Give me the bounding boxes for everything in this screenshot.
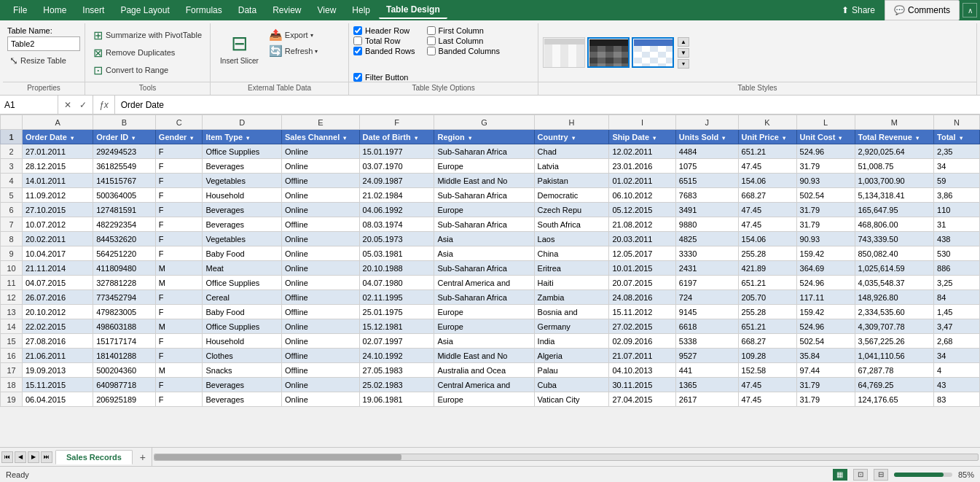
table-cell[interactable]: Beverages xyxy=(203,203,282,217)
table-cell[interactable]: 524.96 xyxy=(796,276,855,290)
col-header-m[interactable]: M xyxy=(855,115,934,130)
table-cell[interactable]: 30.11.2015 xyxy=(609,378,675,392)
table-cell[interactable]: 886 xyxy=(934,261,980,276)
table-cell[interactable]: 1075 xyxy=(675,159,738,174)
table-cell[interactable]: F xyxy=(155,378,203,392)
table-cell[interactable]: 181401288 xyxy=(93,349,156,363)
table-cell[interactable]: 151717174 xyxy=(93,334,156,349)
style-swatch-2[interactable] xyxy=(587,37,630,68)
table-cell[interactable]: 4825 xyxy=(675,232,738,246)
table-cell[interactable]: Online xyxy=(282,203,360,217)
last-column-checkbox[interactable] xyxy=(427,36,436,45)
style-swatch-1[interactable] xyxy=(543,37,585,68)
table-cell[interactable]: M xyxy=(155,276,203,290)
table-cell[interactable]: 31.79 xyxy=(796,159,855,174)
table-cell[interactable]: 27.10.2015 xyxy=(23,203,93,217)
table-cell[interactable]: 31.79 xyxy=(796,392,855,407)
table-cell[interactable]: 25.01.1975 xyxy=(359,305,434,319)
cell-ref-input[interactable] xyxy=(4,100,53,110)
table-cell[interactable]: 90.93 xyxy=(796,174,855,188)
table-cell[interactable]: 24.09.1987 xyxy=(359,174,434,188)
table-cell[interactable]: 47.45 xyxy=(738,392,796,407)
table-cell[interactable]: Czech Repu xyxy=(534,203,609,217)
table-cell[interactable]: 9880 xyxy=(675,217,738,232)
table-cell[interactable]: 05.12.2015 xyxy=(609,203,675,217)
sheet-tab-nav-first[interactable]: ⏮ xyxy=(1,451,13,463)
table-cell[interactable]: Office Supplies xyxy=(203,319,282,334)
table-cell[interactable]: 12.05.2017 xyxy=(609,246,675,261)
col-header-h[interactable]: H xyxy=(534,115,609,130)
table-cell[interactable]: 292494523 xyxy=(93,144,156,159)
table-cell[interactable]: 27.08.2016 xyxy=(23,334,93,349)
table-cell[interactable]: 24.10.1992 xyxy=(359,349,434,363)
table-cell[interactable]: M xyxy=(155,261,203,276)
table-cell[interactable]: Germany xyxy=(534,319,609,334)
table-cell[interactable]: 530 xyxy=(934,246,980,261)
table-header-ship-date[interactable]: Ship Date ▾ xyxy=(609,130,675,144)
table-cell[interactable]: 04.10.2013 xyxy=(609,363,675,378)
table-cell[interactable]: Online xyxy=(282,261,360,276)
comments-button[interactable]: 💬 Comments xyxy=(885,0,960,20)
table-header-unit-cost[interactable]: Unit Cost ▾ xyxy=(796,130,855,144)
table-cell[interactable]: 10.04.2017 xyxy=(23,246,93,261)
table-cell[interactable]: 25.02.1983 xyxy=(359,378,434,392)
table-cell[interactable]: 67,287.78 xyxy=(855,363,934,378)
table-cell[interactable]: Baby Food xyxy=(203,305,282,319)
menu-home[interactable]: Home xyxy=(36,2,74,18)
table-cell[interactable]: China xyxy=(534,246,609,261)
table-header-gender[interactable]: Gender ▾ xyxy=(155,130,203,144)
table-header-order-id[interactable]: Order ID ▾ xyxy=(93,130,156,144)
table-cell[interactable]: Online xyxy=(282,319,360,334)
table-cell[interactable]: Algeria xyxy=(534,349,609,363)
table-cell[interactable]: 159.42 xyxy=(796,305,855,319)
table-cell[interactable]: 15.11.2012 xyxy=(609,305,675,319)
table-cell[interactable]: 1,45 xyxy=(934,305,980,319)
table-cell[interactable]: F xyxy=(155,392,203,407)
table-cell[interactable]: 468,806.00 xyxy=(855,217,934,232)
table-cell[interactable]: F xyxy=(155,305,203,319)
table-cell[interactable]: South Africa xyxy=(534,217,609,232)
table-cell[interactable]: 3491 xyxy=(675,203,738,217)
table-cell[interactable]: Office Supplies xyxy=(203,144,282,159)
table-cell[interactable]: 2,35 xyxy=(934,144,980,159)
table-cell[interactable]: 640987718 xyxy=(93,378,156,392)
col-header-a[interactable]: A xyxy=(23,115,93,130)
table-cell[interactable]: 20.10.2012 xyxy=(23,305,93,319)
table-cell[interactable]: Palau xyxy=(534,363,609,378)
table-header-units-sold[interactable]: Units Sold ▾ xyxy=(675,130,738,144)
table-styles-more[interactable]: ▾ xyxy=(678,59,689,69)
table-cell[interactable]: 500204360 xyxy=(93,363,156,378)
table-cell[interactable]: Baby Food xyxy=(203,246,282,261)
table-cell[interactable]: 04.07.1980 xyxy=(359,276,434,290)
table-cell[interactable]: Clothes xyxy=(203,349,282,363)
table-cell[interactable]: Household xyxy=(203,188,282,203)
table-cell[interactable]: 411809480 xyxy=(93,261,156,276)
table-cell[interactable]: 22.02.2015 xyxy=(23,319,93,334)
table-cell[interactable]: 255.28 xyxy=(738,305,796,319)
table-header-sales-channel[interactable]: Sales Channel ▾ xyxy=(282,130,360,144)
table-cell[interactable]: Europe xyxy=(434,319,534,334)
table-cell[interactable]: 15.11.2015 xyxy=(23,378,93,392)
table-cell[interactable]: M xyxy=(155,319,203,334)
table-cell[interactable]: 34 xyxy=(934,159,980,174)
table-cell[interactable]: 3,86 xyxy=(934,188,980,203)
table-cell[interactable]: Eritrea xyxy=(534,261,609,276)
table-cell[interactable]: Offline xyxy=(282,174,360,188)
table-cell[interactable]: 4484 xyxy=(675,144,738,159)
table-cell[interactable]: 31 xyxy=(934,217,980,232)
table-cell[interactable]: 10.07.2012 xyxy=(23,217,93,232)
table-cell[interactable]: 773452794 xyxy=(93,290,156,305)
style-swatch-3[interactable] xyxy=(632,37,674,68)
menu-help[interactable]: Help xyxy=(345,2,377,18)
menu-review[interactable]: Review xyxy=(265,2,308,18)
first-column-checkbox-label[interactable]: First Column xyxy=(427,26,500,35)
table-cell[interactable]: Europe xyxy=(434,203,534,217)
table-cell[interactable]: 03.07.1970 xyxy=(359,159,434,174)
table-cell[interactable]: 2617 xyxy=(675,392,738,407)
table-cell[interactable]: 20.03.2011 xyxy=(609,232,675,246)
table-cell[interactable]: 05.03.1981 xyxy=(359,246,434,261)
table-cell[interactable]: Offline xyxy=(282,363,360,378)
table-cell[interactable]: 6618 xyxy=(675,319,738,334)
table-cell[interactable]: Europe xyxy=(434,392,534,407)
table-cell[interactable]: 2431 xyxy=(675,261,738,276)
